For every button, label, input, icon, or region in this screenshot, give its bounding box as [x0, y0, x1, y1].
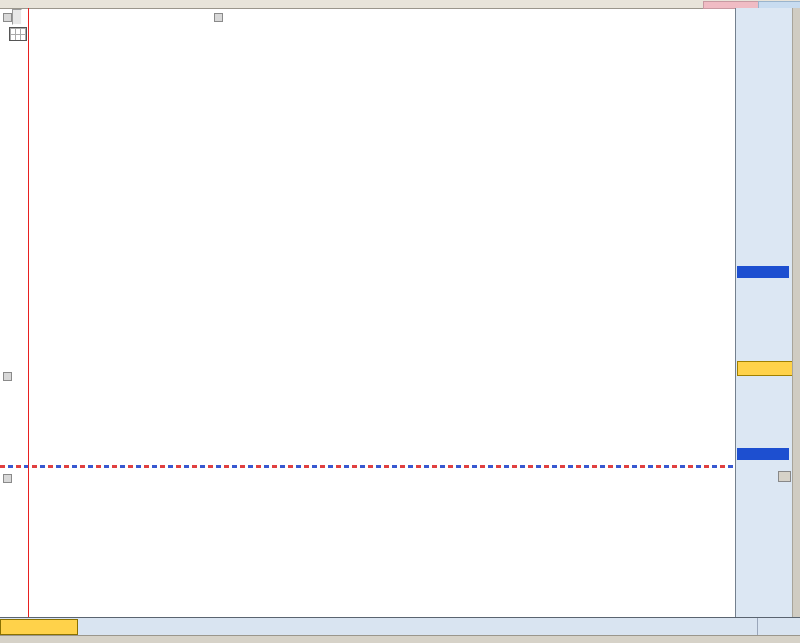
- right-scrollbar[interactable]: [792, 8, 800, 617]
- price-ma-legend: [214, 10, 251, 22]
- close-icon[interactable]: [778, 471, 791, 482]
- volume-ma-legend: [3, 369, 51, 381]
- current-price-tag: [737, 266, 789, 278]
- crosshair-line: [28, 8, 29, 617]
- price-axis[interactable]: [735, 8, 793, 617]
- legend-checkbox-icon[interactable]: [214, 13, 223, 22]
- symbol-title[interactable]: [12, 9, 22, 25]
- date-axis[interactable]: [0, 617, 800, 637]
- data-grid-icon[interactable]: [9, 27, 27, 41]
- axis-divider: [757, 618, 758, 636]
- legend-checkbox-icon[interactable]: [3, 372, 12, 381]
- bottom-toolbar[interactable]: [0, 635, 800, 643]
- chart-canvas[interactable]: [0, 8, 735, 617]
- volume-max-tag: [737, 361, 793, 376]
- pane-separator[interactable]: [0, 465, 735, 468]
- selected-date-tag: [0, 619, 78, 635]
- current-volume-tag: [737, 448, 789, 460]
- legend-checkbox-icon[interactable]: [3, 474, 12, 483]
- rsi-legend: [3, 471, 27, 483]
- chart-window: [0, 0, 800, 643]
- title-checkbox-icon[interactable]: [3, 13, 12, 22]
